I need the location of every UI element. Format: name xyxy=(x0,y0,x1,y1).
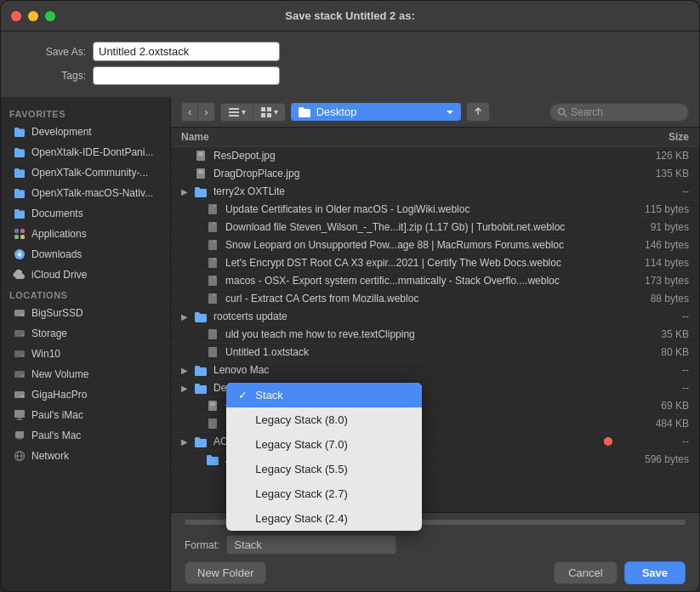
folder-name: Lenovo Mac xyxy=(213,364,612,376)
file-row[interactable]: DragDropPlace.jpg 135 KB xyxy=(171,165,699,183)
dropdown-item-legacy-8[interactable]: Legacy Stack (8.0) xyxy=(226,407,422,432)
sidebar-item-openxtalk-macos[interactable]: OpenXTalk-macOS-Nativ... xyxy=(4,183,167,203)
save-as-input[interactable] xyxy=(93,42,280,61)
search-input[interactable] xyxy=(571,106,681,118)
list-view-button[interactable]: ▾ xyxy=(220,103,253,122)
dropdown-item-stack[interactable]: ✓ Stack xyxy=(226,383,422,407)
location-label: Desktop xyxy=(316,105,441,118)
file-size: -- xyxy=(612,364,689,376)
svg-line-31 xyxy=(564,114,566,117)
svg-rect-29 xyxy=(267,113,271,117)
file-icon xyxy=(205,328,220,340)
save-button[interactable]: Save xyxy=(624,561,686,584)
sidebar-item-network[interactable]: Network xyxy=(4,446,167,466)
file-row[interactable]: macos - OSX- Export system certific...mm… xyxy=(171,272,699,290)
sidebar-item-new-volume[interactable]: New Volume xyxy=(4,364,167,384)
file-size: 173 bytes xyxy=(612,275,689,287)
drive-icon xyxy=(13,388,26,401)
format-row: Format: ✓ Stack Legacy Stack (8.0) xyxy=(185,535,686,555)
expand-triangle[interactable]: ▶ xyxy=(181,384,193,393)
expand-triangle[interactable]: ▶ xyxy=(181,366,193,375)
file-name: curl - Extract CA Certs from Mozilla.web… xyxy=(225,293,612,305)
svg-rect-15 xyxy=(14,410,25,418)
save-as-label: Save As: xyxy=(18,46,86,58)
cloud-icon xyxy=(13,268,26,282)
file-size: 596 bytes xyxy=(612,453,689,465)
sidebar-label: Applications xyxy=(31,228,158,240)
search-box xyxy=(549,103,689,122)
close-button[interactable] xyxy=(11,11,21,21)
file-row[interactable]: Snow Leopard on Unsupported Pow...age 88… xyxy=(171,236,699,254)
sidebar-label: GigaHacPro xyxy=(31,389,158,401)
folder-icon xyxy=(13,186,26,200)
file-icon xyxy=(205,239,220,251)
file-name: ResDepot.jpg xyxy=(213,150,612,162)
grid-view-button[interactable]: ▾ xyxy=(253,103,286,122)
sidebar-item-pauls-mac[interactable]: Paul's Mac xyxy=(4,425,167,446)
sidebar-item-development[interactable]: Development xyxy=(4,122,167,142)
folder-row[interactable]: ▶ rootcerts update -- xyxy=(171,308,699,326)
sidebar-item-bigsurssd[interactable]: BigSurSSD xyxy=(4,303,167,323)
maximize-button[interactable] xyxy=(45,11,55,21)
sidebar-item-storage[interactable]: Storage xyxy=(4,323,167,344)
svg-rect-41 xyxy=(208,293,217,304)
bottom-bar: Format: ✓ Stack Legacy Stack (8.0) xyxy=(171,512,699,591)
file-row[interactable]: ResDepot.jpg 126 KB xyxy=(171,147,699,165)
expand-triangle[interactable]: ▶ xyxy=(181,437,193,447)
back-button[interactable]: ‹ xyxy=(181,102,197,122)
file-icon xyxy=(193,168,208,179)
new-folder-button[interactable]: New Folder xyxy=(185,561,266,584)
sidebar-label: Paul's Mac xyxy=(31,430,158,441)
minimize-button[interactable] xyxy=(28,11,38,21)
expand-triangle[interactable]: ▶ xyxy=(181,312,193,322)
sidebar-item-gigahacpro[interactable]: GigaHacPro xyxy=(4,384,167,405)
file-size: -- xyxy=(612,310,689,322)
sidebar-item-downloads[interactable]: Downloads xyxy=(4,244,167,265)
svg-rect-26 xyxy=(261,107,265,111)
sidebar-item-win10[interactable]: Win10 xyxy=(4,344,167,364)
sidebar-label: Documents xyxy=(31,208,158,219)
file-name: Let's Encrypt DST Root CA X3 expir...202… xyxy=(225,257,612,269)
folder-icon xyxy=(13,207,26,220)
file-size: 135 KB xyxy=(612,168,689,179)
dropdown-item-legacy-55[interactable]: Legacy Stack (5.5) xyxy=(226,457,422,481)
toolbar: ‹ › ▾ xyxy=(171,97,699,128)
dropdown-item-label: Legacy Stack (2.4) xyxy=(255,512,347,525)
file-row[interactable]: curl - Extract CA Certs from Mozilla.web… xyxy=(171,290,699,308)
file-row[interactable]: Download file Steven_Wilson_-_The...it].… xyxy=(171,219,699,236)
folder-row[interactable]: ▶ terry2x OXTLite -- xyxy=(171,183,699,201)
up-button[interactable] xyxy=(466,102,490,122)
file-row[interactable]: Let's Encrypt DST Root CA X3 expir...202… xyxy=(171,254,699,272)
sidebar-item-applications[interactable]: Applications xyxy=(4,224,167,244)
svg-rect-28 xyxy=(261,113,265,117)
forward-button[interactable]: › xyxy=(197,102,214,122)
cancel-button[interactable]: Cancel xyxy=(554,561,617,584)
file-size: 115 bytes xyxy=(612,203,689,215)
svg-rect-18 xyxy=(15,431,24,438)
dropdown-item-legacy-24[interactable]: Legacy Stack (2.4) xyxy=(226,506,422,531)
dropdown-item-legacy-27[interactable]: Legacy Stack (2.7) xyxy=(226,481,422,506)
sidebar-item-icloud[interactable]: iCloud Drive xyxy=(4,265,167,285)
folder-row[interactable]: ▶ Lenovo Mac -- xyxy=(171,361,699,379)
svg-rect-7 xyxy=(14,330,25,337)
file-row[interactable]: Untitled 1.oxtstack 80 KB xyxy=(171,344,699,361)
format-input[interactable] xyxy=(226,535,396,555)
svg-rect-45 xyxy=(210,402,215,406)
svg-point-8 xyxy=(22,334,24,336)
sidebar-item-documents[interactable]: Documents xyxy=(4,203,167,224)
col-size-header: Size xyxy=(612,131,689,143)
sidebar-item-openxtalk-community[interactable]: OpenXTalk-Community-... xyxy=(4,162,167,183)
locations-header: Locations xyxy=(1,285,170,303)
drive-icon xyxy=(13,367,26,381)
dropdown-item-legacy-7[interactable]: Legacy Stack (7.0) xyxy=(226,432,422,457)
sidebar-item-pauls-imac[interactable]: Paul's iMac xyxy=(4,405,167,425)
expand-triangle[interactable]: ▶ xyxy=(181,187,193,196)
file-row[interactable]: Update Certificates in Older macOS - Log… xyxy=(171,201,699,219)
sidebar-label: OpenXTalk-macOS-Nativ... xyxy=(31,187,158,199)
location-selector[interactable]: Desktop xyxy=(291,103,461,121)
file-row[interactable]: uld you teach me how to reve.textClippin… xyxy=(171,326,699,344)
sidebar-item-openxtalk-ide[interactable]: OpenXtalk-IDE-DontPani... xyxy=(4,142,167,162)
main-area: Favorites Development OpenXtalk-IDE-Dont… xyxy=(1,97,699,591)
tags-input[interactable] xyxy=(93,66,280,85)
file-icon xyxy=(205,346,220,358)
